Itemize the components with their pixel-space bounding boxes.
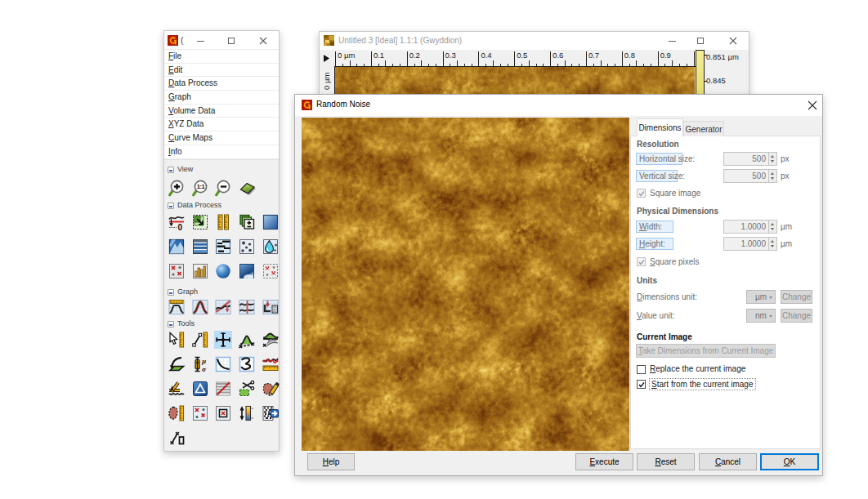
svg-text:0: 0 [178,223,183,231]
svg-text:1:1: 1:1 [197,183,205,190]
svg-text:µ: µ [201,357,206,365]
svg-text:σ: σ [202,365,207,373]
